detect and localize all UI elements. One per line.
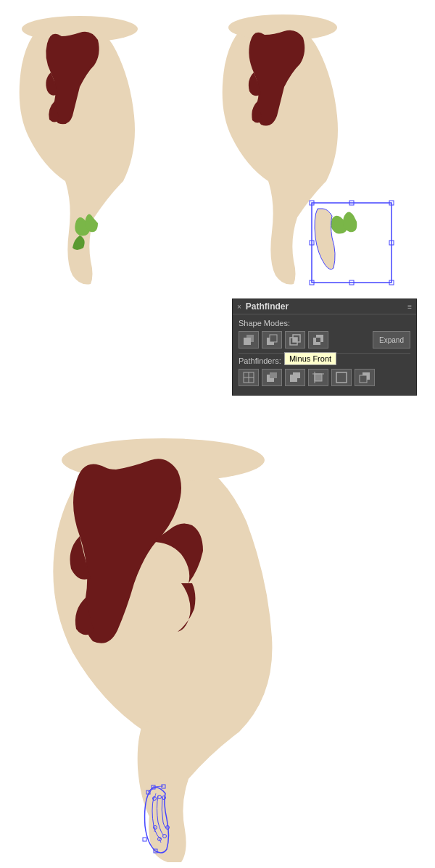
svg-rect-18 xyxy=(293,338,297,342)
pathfinders-buttons xyxy=(239,369,410,386)
svg-rect-29 xyxy=(315,374,322,381)
minus-back-button[interactable] xyxy=(355,369,375,386)
intersect-button[interactable] xyxy=(285,331,305,349)
panel-titlebar: × Pathfinder ≡ xyxy=(233,299,416,314)
crop-button[interactable] xyxy=(308,369,328,386)
shape-modes-label: Shape Modes: xyxy=(239,319,410,327)
illustration-bottom xyxy=(36,435,399,862)
svg-rect-32 xyxy=(336,372,347,383)
shape-modes-buttons: Minus Front Expand xyxy=(239,331,410,349)
svg-rect-52 xyxy=(143,838,146,841)
trim-button[interactable] xyxy=(262,369,282,386)
panel-close-button[interactable]: × xyxy=(237,303,241,311)
panel-title: Pathfinder xyxy=(246,301,289,312)
divide-button[interactable] xyxy=(239,369,259,386)
svg-rect-21 xyxy=(316,338,320,342)
svg-rect-26 xyxy=(270,372,277,378)
illustration-top-right xyxy=(218,7,428,290)
minus-front-tooltip: Minus Front xyxy=(284,352,336,365)
unite-button[interactable] xyxy=(239,331,259,349)
minus-front-button[interactable]: Minus Front xyxy=(262,331,282,349)
outline-button[interactable] xyxy=(331,369,352,386)
panel-body: Shape Modes: Minus Front xyxy=(233,314,416,395)
illustration-top-left xyxy=(7,7,203,290)
merge-button[interactable] xyxy=(285,369,305,386)
pathfinder-panel: × Pathfinder ≡ Shape Modes: Minus Front xyxy=(232,299,417,396)
panel-menu-icon[interactable]: ≡ xyxy=(407,303,412,311)
svg-rect-13 xyxy=(246,338,251,342)
canvas: × Pathfinder ≡ Shape Modes: Minus Front xyxy=(0,0,435,868)
exclude-button[interactable] xyxy=(308,331,328,349)
svg-rect-28 xyxy=(293,372,300,378)
expand-button[interactable]: Expand xyxy=(373,331,410,349)
svg-rect-34 xyxy=(360,375,367,383)
svg-rect-15 xyxy=(270,335,277,342)
